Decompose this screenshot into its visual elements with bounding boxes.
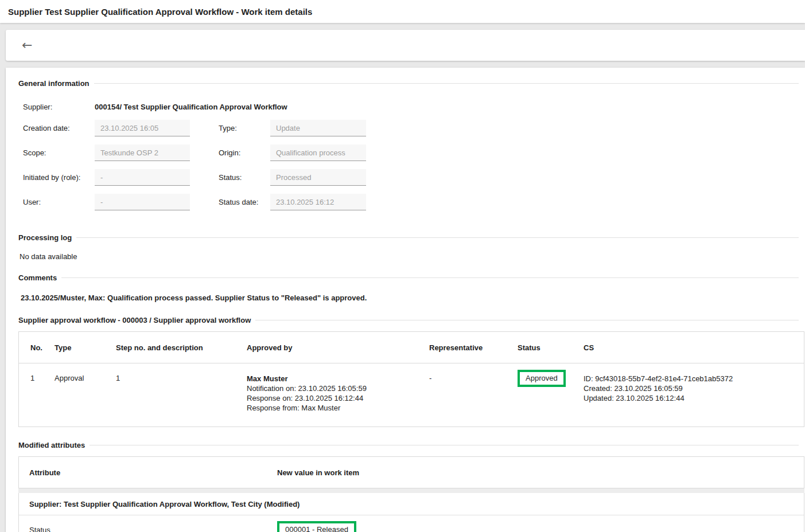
section-approval-workflow: Supplier approval workflow - 000003 / Su… — [18, 316, 799, 324]
column-header-cs: CS — [584, 343, 804, 352]
field-label-origin: Origin: — [219, 148, 270, 157]
cell-attribute: Status — [19, 526, 277, 532]
table-row: 1 Approval 1 Max Muster Notification on:… — [19, 363, 804, 427]
section-title: General information — [18, 79, 90, 88]
processing-log-empty-text: No data available — [20, 252, 799, 261]
supplier-value: 000154/ Test Supplier Qualification Appr… — [95, 103, 287, 111]
column-header-new-value: New value in work item — [277, 468, 804, 477]
response-on-line: Response on: 23.10.2025 16:12:44 — [247, 393, 429, 403]
status-badge-approved: Approved — [518, 370, 566, 387]
work-item-details-card: General information Supplier: 000154/ Te… — [6, 68, 805, 532]
column-header-step: Step no. and description — [116, 343, 247, 352]
field-label-status: Status: — [219, 173, 270, 182]
approval-workflow-table-header: No. Type Step no. and description Approv… — [19, 332, 804, 363]
back-button[interactable]: ← — [17, 37, 37, 54]
field-label-type: Type: — [219, 124, 270, 132]
supplier-row: Supplier: 000154/ Test Supplier Qualific… — [23, 103, 799, 111]
toolbar: ← — [6, 30, 805, 61]
field-label-user: User: — [23, 198, 95, 206]
section-rule — [61, 277, 799, 278]
general-fields-grid: Creation date: Type: Scope: Origin: Init… — [23, 120, 799, 210]
status-badge-released: 000001 - Released — [277, 521, 356, 532]
section-rule — [76, 237, 799, 238]
cs-updated-line: Updated: 23.10.2025 16:12:44 — [584, 393, 804, 403]
section-rule — [255, 320, 799, 320]
cs-created-line: Created: 23.10.2025 16:05:59 — [584, 384, 804, 393]
field-label-creation-date: Creation date: — [23, 124, 95, 132]
approver-name: Max Muster — [247, 374, 429, 384]
modified-attributes-table-header: Attribute New value in work item — [18, 456, 804, 488]
column-header-approved-by: Approved by — [247, 343, 429, 352]
section-general-information: General information — [18, 79, 799, 88]
section-title: Comments — [18, 273, 57, 282]
table-row: Status 000001 - Released — [19, 515, 804, 532]
table-section-divider — [18, 488, 804, 493]
cell-no: 1 — [19, 374, 55, 413]
creation-date-field — [95, 120, 190, 136]
cell-new-value: 000001 - Released — [277, 521, 804, 532]
back-arrow-icon: ← — [22, 38, 32, 52]
cell-approved-by: Max Muster Notification on: 23.10.2025 1… — [247, 374, 429, 413]
user-field — [95, 194, 190, 210]
section-title: Modified attributes — [18, 441, 85, 449]
group-header-supplier: Supplier: Test Supplier Qualification Ap… — [19, 493, 804, 515]
cell-representative: - — [429, 374, 518, 413]
column-header-representative: Representative — [429, 343, 518, 352]
approval-workflow-table: No. Type Step no. and description Approv… — [18, 331, 804, 427]
column-header-attribute: Attribute — [19, 468, 277, 477]
cell-status: Approved — [518, 374, 584, 413]
field-label-scope: Scope: — [23, 148, 95, 157]
modified-attributes-group: Supplier: Test Supplier Qualification Ap… — [18, 493, 804, 532]
field-label-status-date: Status date: — [219, 198, 270, 206]
column-header-status: Status — [518, 343, 584, 352]
cell-type: Approval — [55, 374, 116, 413]
window-title-bar: Supplier Test Supplier Qualification App… — [0, 0, 805, 23]
field-label-initiated-by: Initiated by (role): — [23, 173, 95, 182]
section-comments: Comments — [18, 273, 799, 282]
cell-step: 1 — [116, 374, 247, 413]
cs-id-line: ID: 9cf43018-55b7-4ef2-81e4-71ceb1ab5372 — [584, 374, 804, 384]
scope-field — [95, 144, 190, 161]
section-processing-log: Processing log — [18, 233, 799, 242]
supplier-label: Supplier: — [23, 103, 95, 111]
initiated-by-field — [95, 169, 190, 186]
column-header-no: No. — [19, 343, 55, 352]
comment-entry: 23.10.2025/Muster, Max: Qualification pr… — [21, 294, 799, 302]
column-header-type: Type — [55, 343, 116, 352]
response-from-line: Response from: Max Muster — [247, 403, 429, 413]
origin-field — [270, 144, 366, 161]
status-date-field — [270, 194, 366, 210]
cell-cs: ID: 9cf43018-55b7-4ef2-81e4-71ceb1ab5372… — [584, 374, 804, 413]
section-modified-attributes: Modified attributes — [18, 441, 799, 449]
notification-on-line: Notification on: 23.10.2025 16:05:59 — [247, 384, 429, 393]
status-field — [270, 169, 366, 186]
section-title: Processing log — [18, 233, 72, 242]
section-rule — [90, 445, 799, 445]
section-title: Supplier approval workflow - 000003 / Su… — [18, 316, 251, 324]
section-rule — [94, 83, 799, 84]
type-field — [270, 120, 366, 136]
page-title: Supplier Test Supplier Qualification App… — [8, 7, 312, 17]
